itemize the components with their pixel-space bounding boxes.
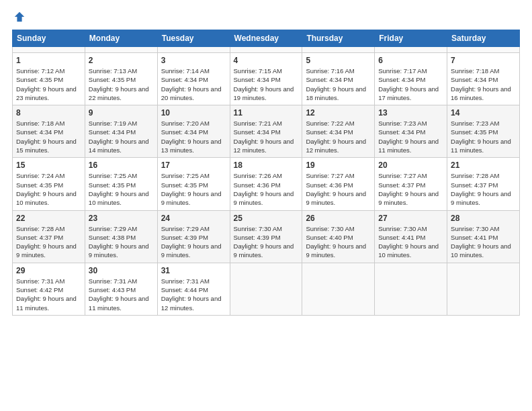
calendar-week-0 xyxy=(13,47,520,53)
calendar-cell: 8Sunrise: 7:18 AM Sunset: 4:34 PM Daylig… xyxy=(13,105,85,158)
calendar-cell: 1Sunrise: 7:12 AM Sunset: 4:35 PM Daylig… xyxy=(13,53,85,105)
calendar-cell: 11Sunrise: 7:21 AM Sunset: 4:34 PM Dayli… xyxy=(230,105,302,158)
calendar-header-friday: Friday xyxy=(375,30,447,47)
day-number: 6 xyxy=(378,56,443,65)
day-info: Sunrise: 7:14 AM Sunset: 4:34 PM Dayligh… xyxy=(161,66,226,102)
day-number: 1 xyxy=(16,56,81,65)
calendar-header-sunday: Sunday xyxy=(13,30,85,47)
calendar-week-5: 29Sunrise: 7:31 AM Sunset: 4:42 PM Dayli… xyxy=(13,263,520,315)
day-info: Sunrise: 7:25 AM Sunset: 4:35 PM Dayligh… xyxy=(161,171,226,207)
day-number: 5 xyxy=(306,56,371,65)
calendar-cell: 15Sunrise: 7:24 AM Sunset: 4:35 PM Dayli… xyxy=(13,158,85,210)
day-number: 2 xyxy=(89,56,154,65)
calendar-cell: 28Sunrise: 7:30 AM Sunset: 4:41 PM Dayli… xyxy=(447,210,520,263)
day-number: 28 xyxy=(451,214,516,223)
day-number: 11 xyxy=(234,108,299,118)
calendar-cell: 2Sunrise: 7:13 AM Sunset: 4:35 PM Daylig… xyxy=(85,53,157,105)
day-info: Sunrise: 7:26 AM Sunset: 4:36 PM Dayligh… xyxy=(234,171,299,207)
day-info: Sunrise: 7:30 AM Sunset: 4:41 PM Dayligh… xyxy=(378,224,443,260)
day-number: 20 xyxy=(378,161,443,170)
day-info: Sunrise: 7:30 AM Sunset: 4:41 PM Dayligh… xyxy=(451,224,516,260)
calendar-cell: 13Sunrise: 7:23 AM Sunset: 4:34 PM Dayli… xyxy=(375,105,447,158)
calendar-cell: 14Sunrise: 7:23 AM Sunset: 4:35 PM Dayli… xyxy=(447,105,520,158)
calendar-cell: 24Sunrise: 7:29 AM Sunset: 4:39 PM Dayli… xyxy=(157,210,230,263)
calendar-cell xyxy=(375,263,447,315)
calendar-cell: 6Sunrise: 7:17 AM Sunset: 4:34 PM Daylig… xyxy=(375,53,447,105)
day-info: Sunrise: 7:31 AM Sunset: 4:43 PM Dayligh… xyxy=(89,277,154,312)
day-number: 31 xyxy=(161,266,226,275)
calendar-cell: 9Sunrise: 7:19 AM Sunset: 4:34 PM Daylig… xyxy=(85,105,157,158)
day-info: Sunrise: 7:20 AM Sunset: 4:34 PM Dayligh… xyxy=(161,119,226,154)
day-number: 13 xyxy=(378,108,443,118)
calendar-cell xyxy=(230,263,302,315)
day-info: Sunrise: 7:23 AM Sunset: 4:34 PM Dayligh… xyxy=(378,119,443,154)
day-info: Sunrise: 7:12 AM Sunset: 4:35 PM Dayligh… xyxy=(16,66,81,102)
day-number: 16 xyxy=(89,161,154,170)
day-number: 30 xyxy=(89,266,154,275)
day-info: Sunrise: 7:31 AM Sunset: 4:44 PM Dayligh… xyxy=(161,277,226,312)
calendar-cell xyxy=(447,47,520,53)
day-info: Sunrise: 7:31 AM Sunset: 4:42 PM Dayligh… xyxy=(16,277,81,312)
day-number: 26 xyxy=(306,214,371,223)
calendar-cell: 5Sunrise: 7:16 AM Sunset: 4:34 PM Daylig… xyxy=(302,53,375,105)
calendar-cell xyxy=(447,263,520,315)
day-info: Sunrise: 7:27 AM Sunset: 4:36 PM Dayligh… xyxy=(306,171,371,207)
calendar-cell: 3Sunrise: 7:14 AM Sunset: 4:34 PM Daylig… xyxy=(157,53,230,105)
calendar-cell: 30Sunrise: 7:31 AM Sunset: 4:43 PM Dayli… xyxy=(85,263,157,315)
day-number: 3 xyxy=(161,56,226,65)
page-header xyxy=(12,11,520,23)
calendar-cell xyxy=(375,47,447,53)
calendar-header-row: SundayMondayTuesdayWednesdayThursdayFrid… xyxy=(13,30,520,47)
day-info: Sunrise: 7:17 AM Sunset: 4:34 PM Dayligh… xyxy=(378,66,443,102)
day-info: Sunrise: 7:18 AM Sunset: 4:34 PM Dayligh… xyxy=(451,66,516,102)
calendar-cell: 19Sunrise: 7:27 AM Sunset: 4:36 PM Dayli… xyxy=(302,158,375,210)
calendar-cell: 26Sunrise: 7:30 AM Sunset: 4:40 PM Dayli… xyxy=(302,210,375,263)
calendar-cell: 27Sunrise: 7:30 AM Sunset: 4:41 PM Dayli… xyxy=(375,210,447,263)
calendar-header-tuesday: Tuesday xyxy=(157,30,230,47)
day-info: Sunrise: 7:19 AM Sunset: 4:34 PM Dayligh… xyxy=(89,119,154,154)
day-info: Sunrise: 7:21 AM Sunset: 4:34 PM Dayligh… xyxy=(234,119,299,154)
calendar-week-4: 22Sunrise: 7:28 AM Sunset: 4:37 PM Dayli… xyxy=(13,210,520,263)
day-info: Sunrise: 7:15 AM Sunset: 4:34 PM Dayligh… xyxy=(234,66,299,102)
calendar-cell xyxy=(85,47,157,53)
day-number: 25 xyxy=(234,214,299,223)
calendar-cell xyxy=(302,263,375,315)
calendar-cell xyxy=(302,47,375,53)
calendar-cell: 31Sunrise: 7:31 AM Sunset: 4:44 PM Dayli… xyxy=(157,263,230,315)
day-number: 7 xyxy=(451,56,516,65)
calendar-header-saturday: Saturday xyxy=(447,30,520,47)
day-info: Sunrise: 7:27 AM Sunset: 4:37 PM Dayligh… xyxy=(378,171,443,207)
day-info: Sunrise: 7:24 AM Sunset: 4:35 PM Dayligh… xyxy=(16,171,81,207)
calendar-week-1: 1Sunrise: 7:12 AM Sunset: 4:35 PM Daylig… xyxy=(13,53,520,105)
day-number: 4 xyxy=(234,56,299,65)
day-number: 10 xyxy=(161,108,226,118)
logo-icon xyxy=(13,11,26,23)
calendar-cell: 4Sunrise: 7:15 AM Sunset: 4:34 PM Daylig… xyxy=(230,53,302,105)
calendar-cell: 22Sunrise: 7:28 AM Sunset: 4:37 PM Dayli… xyxy=(13,210,85,263)
calendar-cell: 21Sunrise: 7:28 AM Sunset: 4:37 PM Dayli… xyxy=(447,158,520,210)
calendar-header-thursday: Thursday xyxy=(302,30,375,47)
day-info: Sunrise: 7:25 AM Sunset: 4:35 PM Dayligh… xyxy=(89,171,154,207)
day-info: Sunrise: 7:29 AM Sunset: 4:39 PM Dayligh… xyxy=(161,224,226,260)
day-number: 18 xyxy=(234,161,299,170)
calendar-table: SundayMondayTuesdayWednesdayThursdayFrid… xyxy=(12,30,520,316)
day-number: 17 xyxy=(161,161,226,170)
calendar-cell xyxy=(157,47,230,53)
day-info: Sunrise: 7:29 AM Sunset: 4:38 PM Dayligh… xyxy=(89,224,154,260)
calendar-cell: 20Sunrise: 7:27 AM Sunset: 4:37 PM Dayli… xyxy=(375,158,447,210)
calendar-cell: 18Sunrise: 7:26 AM Sunset: 4:36 PM Dayli… xyxy=(230,158,302,210)
day-number: 12 xyxy=(306,108,371,118)
day-info: Sunrise: 7:13 AM Sunset: 4:35 PM Dayligh… xyxy=(89,66,154,102)
day-number: 19 xyxy=(306,161,371,170)
calendar-cell: 29Sunrise: 7:31 AM Sunset: 4:42 PM Dayli… xyxy=(13,263,85,315)
day-number: 29 xyxy=(16,266,81,275)
day-info: Sunrise: 7:16 AM Sunset: 4:34 PM Dayligh… xyxy=(306,66,371,102)
day-info: Sunrise: 7:22 AM Sunset: 4:34 PM Dayligh… xyxy=(306,119,371,154)
calendar-cell: 7Sunrise: 7:18 AM Sunset: 4:34 PM Daylig… xyxy=(447,53,520,105)
day-info: Sunrise: 7:28 AM Sunset: 4:37 PM Dayligh… xyxy=(16,224,81,260)
day-number: 15 xyxy=(16,161,81,170)
day-number: 24 xyxy=(161,214,226,223)
day-number: 21 xyxy=(451,161,516,170)
day-info: Sunrise: 7:23 AM Sunset: 4:35 PM Dayligh… xyxy=(451,119,516,154)
calendar-cell xyxy=(13,47,85,53)
